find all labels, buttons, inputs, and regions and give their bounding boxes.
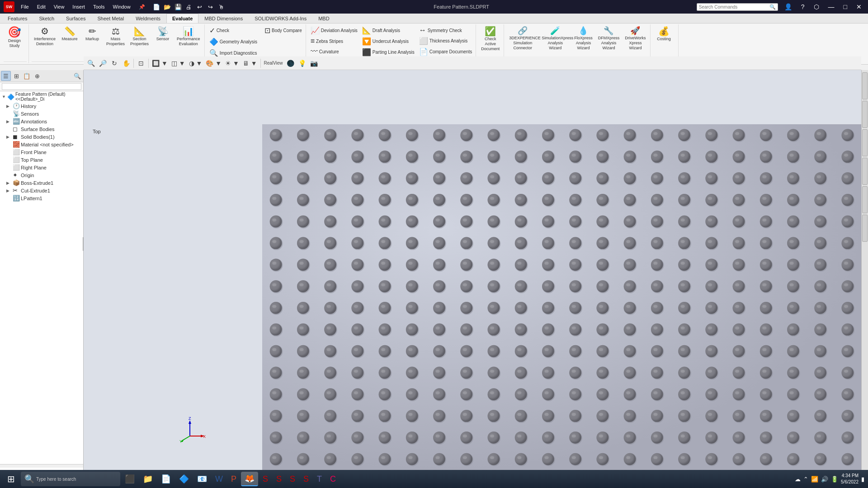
tree-solid-bodies[interactable]: ▶ ◼ Solid Bodies(1) bbox=[0, 133, 83, 141]
menu-window[interactable]: Window bbox=[109, 3, 134, 11]
user-icon[interactable]: 👤 bbox=[782, 3, 795, 10]
tree-cut-extrude[interactable]: ▶ ✂ Cut-Extrude1 bbox=[0, 187, 83, 194]
tab-evaluate[interactable]: Evaluate bbox=[166, 14, 198, 23]
costing-btn[interactable]: 💰 Costing bbox=[653, 25, 675, 43]
zoom-to-fit-btn[interactable]: 🔍 bbox=[85, 58, 96, 69]
measure-btn[interactable]: 📏 Measure bbox=[59, 25, 80, 43]
start-button[interactable]: ⊞ bbox=[2, 471, 20, 487]
word-app[interactable]: W bbox=[212, 472, 226, 486]
right-btn-3[interactable] bbox=[862, 129, 868, 156]
right-btn-6[interactable] bbox=[862, 215, 868, 242]
tree-origin[interactable]: ✦ Origin bbox=[0, 171, 83, 179]
expand-icon[interactable]: ⬡ bbox=[811, 3, 822, 10]
search-input[interactable] bbox=[699, 5, 769, 9]
redo-btn[interactable]: ↪ bbox=[206, 2, 216, 12]
tray-up[interactable]: ⌃ bbox=[803, 476, 808, 483]
task-view-btn[interactable]: ⬛ bbox=[121, 472, 138, 486]
dfmxpress-btn[interactable]: 🔧 DFMXpressAnalysisWizard bbox=[596, 25, 622, 52]
tree-history[interactable]: ▶ 🕐 History bbox=[0, 102, 83, 110]
tree-sensors[interactable]: 📡 Sensors bbox=[0, 110, 83, 117]
tree-surface-bodies[interactable]: ◻ Surface Bodies bbox=[0, 125, 83, 133]
feature-tree-btn[interactable]: ☰ bbox=[1, 71, 11, 81]
help-icon[interactable]: ? bbox=[798, 3, 807, 10]
display-manager-panel-btn[interactable]: ⊕ bbox=[32, 71, 42, 81]
tab-features[interactable]: Features bbox=[2, 14, 33, 23]
geometry-analysis-btn[interactable]: 🔷 Geometry Analysis bbox=[208, 37, 259, 47]
realview-btn[interactable]: RealView bbox=[263, 58, 284, 69]
acrobat-app[interactable]: 📄 bbox=[157, 472, 175, 486]
select-filter-btn[interactable]: ⊡ bbox=[136, 58, 146, 69]
scenes-btn[interactable]: ☀ ▼ bbox=[224, 58, 241, 69]
deviation-analysis-btn[interactable]: 📈 Deviation Analysis bbox=[309, 25, 359, 36]
tab-mbd[interactable]: MBD bbox=[312, 14, 335, 23]
floworks-btn[interactable]: 💧 FloXpressAnalysisWizard bbox=[572, 25, 595, 52]
mass-properties-btn[interactable]: ⚖ MassProperties bbox=[104, 25, 127, 48]
filter-input[interactable] bbox=[2, 83, 81, 90]
right-btn-2[interactable] bbox=[862, 101, 868, 128]
right-btn-5[interactable] bbox=[862, 186, 868, 213]
tree-root[interactable]: ▼ 🔷 Feature Pattern (Default)<<Default>_… bbox=[0, 91, 83, 102]
menu-file[interactable]: File bbox=[17, 3, 33, 11]
new-btn[interactable]: 📄 bbox=[151, 2, 161, 12]
tab-addins[interactable]: SOLIDWORKS Add-Ins bbox=[249, 14, 312, 23]
clock[interactable]: 4:34 PM 5/6/2022 bbox=[841, 473, 859, 485]
restore-btn[interactable]: □ bbox=[841, 3, 850, 10]
driveworks-btn[interactable]: 🚀 DriveWorksXpressWizard bbox=[623, 25, 648, 52]
view-orient-btn[interactable]: 🔲 ▼ bbox=[151, 58, 169, 69]
parting-line-btn[interactable]: ⬛ Parting Line Analysis bbox=[360, 47, 416, 57]
pattern-area[interactable] bbox=[262, 124, 861, 470]
sw-app3[interactable]: S bbox=[286, 472, 299, 486]
check-active-btn[interactable]: ✅ CheckActiveDocument bbox=[479, 25, 502, 52]
ppt-app[interactable]: P bbox=[227, 472, 240, 486]
pan-btn[interactable]: ✋ bbox=[121, 58, 132, 69]
search-bar-taskbar[interactable]: 🔍 Type here to search bbox=[21, 472, 120, 486]
tree-annotations[interactable]: ▶ 🔤 Annotations bbox=[0, 117, 83, 125]
sensor-btn[interactable]: 📡 Sensor bbox=[152, 25, 174, 43]
close-btn[interactable]: ✕ bbox=[854, 3, 864, 10]
tree-lpattern[interactable]: 🔢 LPattern1 bbox=[0, 194, 83, 202]
symmetry-check-btn[interactable]: ↔ Symmetry Check bbox=[417, 25, 474, 35]
tab-sheet-metal[interactable]: Sheet Metal bbox=[91, 14, 130, 23]
ambient-btn[interactable]: 💡 bbox=[297, 58, 308, 69]
teams-app[interactable]: T bbox=[313, 472, 326, 486]
scroll-indicator[interactable] bbox=[0, 464, 83, 468]
tray-battery[interactable]: 🔋 bbox=[831, 476, 838, 483]
firefox-app[interactable]: 🦊 bbox=[241, 472, 258, 486]
display-manager-btn[interactable]: 🖥 ▼ bbox=[241, 58, 259, 69]
check-btn[interactable]: ✓ Check bbox=[208, 25, 259, 36]
section-view-btn[interactable]: ◫ ▼ bbox=[170, 58, 187, 69]
menu-insert[interactable]: Insert bbox=[69, 3, 89, 11]
3dexperience-btn[interactable]: 🔗 3DEXPERIENCESimulationConnector bbox=[507, 25, 538, 52]
undercut-analysis-btn[interactable]: 🔽 Undercut Analysis bbox=[360, 36, 416, 47]
cortana-app[interactable]: C bbox=[326, 472, 340, 486]
interference-detection-btn[interactable]: ⚙ InterferenceDetection bbox=[32, 25, 58, 48]
display-style-btn[interactable]: ◑ ▼ bbox=[188, 58, 204, 69]
zebra-stripes-btn[interactable]: ≡ Zebra Stripes bbox=[309, 36, 359, 46]
appearance-btn[interactable]: 🎨 ▼ bbox=[204, 58, 223, 69]
design-study-btn[interactable]: 🎯 DesignStudy bbox=[4, 25, 25, 50]
tree-material[interactable]: 🧱 Material <not specified> bbox=[0, 141, 83, 148]
open-btn[interactable]: 📂 bbox=[162, 2, 172, 12]
select-btn[interactable]: 🖱 bbox=[217, 2, 226, 12]
search-bar[interactable]: 🔍 bbox=[697, 3, 778, 11]
configuration-manager-btn[interactable]: 📋 bbox=[22, 71, 32, 81]
save-btn[interactable]: 💾 bbox=[173, 2, 183, 12]
minimize-btn[interactable]: — bbox=[826, 3, 837, 10]
right-btn-4[interactable] bbox=[862, 158, 868, 185]
section-properties-btn[interactable]: 📐 SectionProperties bbox=[128, 25, 151, 48]
menu-view[interactable]: View bbox=[50, 3, 68, 11]
shadows-btn[interactable]: 🌑 bbox=[285, 58, 296, 69]
print-btn[interactable]: 🖨 bbox=[184, 2, 194, 12]
explorer-app[interactable]: 📁 bbox=[139, 472, 156, 486]
tab-surfaces[interactable]: Surfaces bbox=[60, 14, 91, 23]
zoom-in-btn[interactable]: 🔎 bbox=[97, 58, 108, 69]
tree-front-plane[interactable]: ⬜ Front Plane bbox=[0, 148, 83, 156]
sw-app1[interactable]: S bbox=[259, 472, 272, 486]
thickness-analysis-btn[interactable]: ⬜ Thickness Analysis bbox=[417, 36, 474, 46]
perspective-btn[interactable]: 📷 bbox=[309, 58, 320, 69]
sw-app4[interactable]: S bbox=[300, 472, 312, 486]
tab-sketch[interactable]: Sketch bbox=[33, 14, 60, 23]
app1-taskbar[interactable]: 🔷 bbox=[175, 472, 193, 486]
show-desktop[interactable]: ▮ bbox=[861, 476, 864, 483]
tab-weldments[interactable]: Weldments bbox=[130, 14, 166, 23]
